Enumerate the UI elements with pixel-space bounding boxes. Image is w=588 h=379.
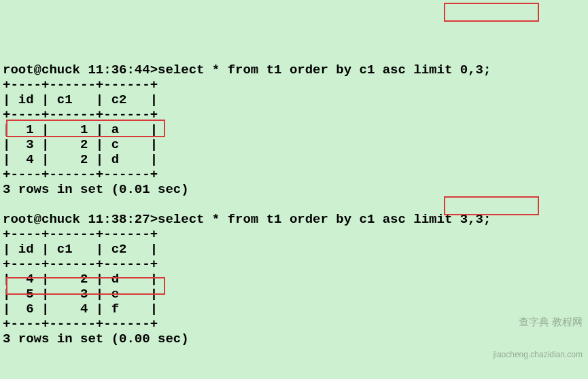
table1-border-mid: +----+------+------+	[3, 107, 158, 122]
table1-border-top: +----+------+------+	[3, 77, 158, 92]
prompt-1: root@chuck 11:36:44>	[3, 62, 158, 77]
table2-row-2: | 6 | 4 | f |	[3, 302, 158, 317]
status-1: 3 rows in set (0.01 sec)	[3, 182, 189, 197]
watermark: 查字典 教程网 jiaocheng.chazidian.com	[494, 294, 583, 371]
table1-border-bot: +----+------+------+	[3, 167, 158, 182]
table2-border-bot: +----+------+------+	[3, 317, 158, 331]
table1-row-2: | 4 | 2 | d |	[3, 152, 158, 167]
prompt-2: root@chuck 11:38:27>	[3, 212, 158, 227]
table1-row-1: | 3 | 2 | c |	[3, 137, 158, 152]
sql-limit-1: limit 0,3;	[413, 62, 491, 77]
table1-header: | id | c1 | c2 |	[3, 92, 158, 107]
watermark-line2: jiaocheng.chazidian.com	[494, 350, 583, 361]
table2-row-1: | 5 | 3 | e |	[3, 287, 158, 302]
table2-header: | id | c1 | c2 |	[3, 242, 158, 257]
table2-border-mid: +----+------+------+	[3, 257, 158, 272]
table1-row-0: | 1 | 1 | a |	[3, 122, 158, 137]
highlight-limit-1	[444, 3, 539, 22]
sql-limit-2: limit 3,3;	[413, 212, 491, 227]
sql-prefix-2: select * from t1 order by c1 asc	[158, 212, 413, 227]
table2-row-0: | 4 | 2 | d |	[3, 272, 158, 287]
watermark-line1: 查字典 教程网	[494, 315, 583, 329]
table2-border-top: +----+------+------+	[3, 227, 158, 242]
status-2: 3 rows in set (0.00 sec)	[3, 331, 189, 346]
sql-prefix-1: select * from t1 order by c1 asc	[158, 62, 413, 77]
